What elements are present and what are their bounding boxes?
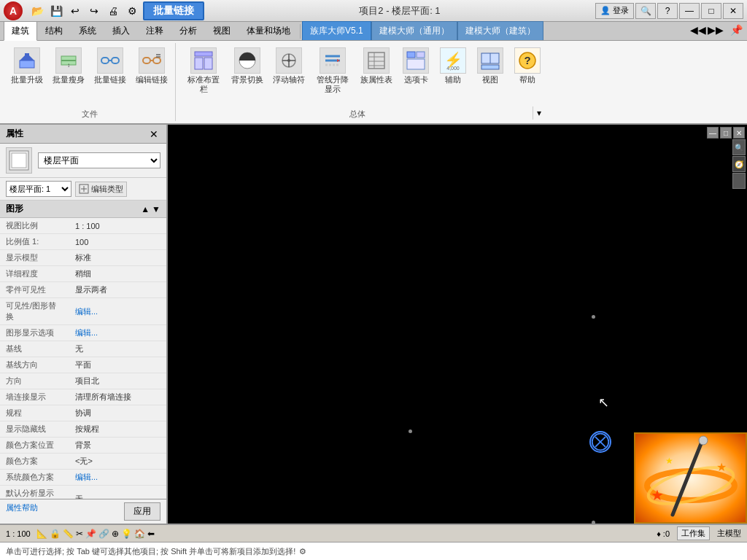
sys-color-edit-link[interactable]: 编辑... bbox=[75, 472, 98, 481]
tab-modeler-general[interactable]: 建模大师（通用） bbox=[371, 21, 457, 40]
tab-annotate[interactable]: 注释 bbox=[138, 21, 171, 40]
prop-row-vis-graphics: 可见性/图形替换编辑... bbox=[0, 298, 166, 325]
undo-button[interactable]: ↩ bbox=[67, 3, 83, 19]
status-icon-9[interactable]: 🏠 bbox=[134, 529, 145, 539]
tab-system[interactable]: 系统 bbox=[71, 21, 104, 40]
svg-rect-31 bbox=[407, 52, 415, 58]
restore-button[interactable]: □ bbox=[701, 3, 721, 19]
edit-link-button[interactable]: 编辑链接 bbox=[132, 44, 171, 88]
status-icon-6[interactable]: 🔗 bbox=[98, 529, 109, 539]
view-button[interactable]: 视图 bbox=[473, 44, 508, 88]
open-button[interactable]: 📂 bbox=[29, 3, 45, 19]
main-group-label: 总体 bbox=[182, 106, 533, 120]
properties-panel: 属性 ✕ 楼层平面 楼层平面: 1 编辑类型 图形 ▲ ▼ bbox=[0, 125, 168, 524]
help-icon: ? bbox=[514, 47, 541, 74]
prop-row-color-scheme-pos: 颜色方案位置背景 bbox=[0, 438, 166, 454]
svg-point-55 bbox=[699, 436, 708, 445]
properties-title: 属性 bbox=[6, 128, 23, 140]
help-button[interactable]: ? 帮助 bbox=[510, 44, 545, 88]
canvas-cursor: ↖ bbox=[598, 394, 609, 411]
status-icon-1[interactable]: 📐 bbox=[36, 529, 47, 539]
canvas-close-btn[interactable]: ✕ bbox=[733, 127, 745, 139]
login-button[interactable]: 👤 登录 bbox=[595, 3, 634, 19]
settings-button[interactable]: ⚙ bbox=[124, 3, 140, 19]
canvas-steering-btn[interactable]: 🧭 bbox=[732, 156, 746, 172]
panel-collapse[interactable]: 📌 bbox=[725, 22, 747, 38]
prop-help-link[interactable]: 属性帮助 bbox=[6, 502, 38, 521]
circle-x-icon bbox=[591, 431, 610, 453]
prop-bottom: 属性帮助 应用 bbox=[0, 499, 166, 524]
print-button[interactable]: 🖨 bbox=[105, 3, 121, 19]
canvas-restore-btn[interactable]: □ bbox=[720, 127, 732, 139]
status-icon-5[interactable]: 📌 bbox=[85, 529, 96, 539]
panel-control-prev[interactable]: ◀◀ bbox=[690, 22, 706, 38]
section-collapse-down[interactable]: ▼ bbox=[152, 204, 160, 214]
tab-view[interactable]: 视图 bbox=[205, 21, 239, 40]
prop-type-select[interactable]: 楼层平面 bbox=[38, 152, 160, 168]
prop-scroll-area[interactable]: 视图比例1 : 100 比例值 1:100 显示模型标准 详细程度稍细 零件可见… bbox=[0, 218, 166, 499]
tab-insert[interactable]: 插入 bbox=[104, 21, 138, 40]
panel-control-next[interactable]: ▶▶ bbox=[708, 22, 724, 38]
canvas-zoom-btn[interactable]: 🔍 bbox=[732, 139, 746, 155]
batch-upgrade-button[interactable]: 批量升级 bbox=[7, 44, 47, 88]
prop-apply-button[interactable]: 应用 bbox=[124, 502, 160, 521]
ribbon-group-main: 标准布置栏 背景切换 浮动轴符 管线升降显示 bbox=[178, 43, 549, 121]
svg-rect-10 bbox=[153, 58, 160, 63]
prop-row-display-model: 显示模型标准 bbox=[0, 250, 166, 266]
svg-text:4,000: 4,000 bbox=[446, 66, 460, 71]
svg-rect-2 bbox=[25, 53, 29, 59]
std-layout-button[interactable]: 标准布置栏 bbox=[182, 44, 225, 97]
tab-modeler-arch[interactable]: 建模大师（建筑） bbox=[457, 21, 543, 40]
main-group-dropdown[interactable]: ▾ bbox=[533, 106, 545, 120]
status-icon-8[interactable]: 💡 bbox=[121, 529, 132, 539]
bg-switch-label: 背景切换 bbox=[231, 75, 263, 85]
tab-family-lib[interactable]: 族库大师V5.1 bbox=[302, 21, 371, 40]
tab-analyze[interactable]: 分析 bbox=[171, 21, 205, 40]
prop-row-sys-color: 系统颜色方案编辑... bbox=[0, 470, 166, 486]
prop-view-select[interactable]: 楼层平面: 1 bbox=[6, 181, 71, 197]
vis-graphics-edit-link[interactable]: 编辑... bbox=[75, 307, 98, 316]
status-icon-7[interactable]: ⊕ bbox=[112, 529, 119, 539]
tab-structure[interactable]: 结构 bbox=[37, 21, 71, 40]
batch-link-highlight-button[interactable]: 批量链接 bbox=[143, 1, 204, 20]
family-table-button[interactable]: 族属性表 bbox=[357, 44, 396, 88]
float-axis-button[interactable]: 浮动轴符 bbox=[269, 44, 309, 88]
prop-row-graphics-disp: 图形显示选项编辑... bbox=[0, 325, 166, 341]
canvas-minimize-btn[interactable]: — bbox=[707, 127, 719, 139]
assist-button[interactable]: ⚡ 4,000 辅助 bbox=[436, 44, 471, 88]
prop-edit-type-button[interactable]: 编辑类型 bbox=[75, 182, 127, 197]
workset-button[interactable]: 工作集 bbox=[677, 526, 710, 540]
batch-link-button[interactable]: 批量链接 bbox=[90, 44, 130, 88]
question-button[interactable]: ? bbox=[657, 3, 678, 19]
tab-architecture[interactable]: 建筑 bbox=[4, 21, 37, 41]
std-layout-label: 标准布置栏 bbox=[185, 75, 222, 94]
save-button[interactable]: 💾 bbox=[48, 3, 64, 19]
view-icon bbox=[477, 47, 503, 74]
bg-switch-button[interactable]: 背景切换 bbox=[228, 44, 267, 88]
section-collapse-up[interactable]: ▲ bbox=[141, 204, 150, 214]
command-bar: 单击可进行选择; 按 Tab 键可选择其他项目; 按 Shift 并单击可将新项… bbox=[0, 542, 747, 560]
tab-massing[interactable]: 体量和场地 bbox=[239, 21, 298, 40]
graphics-disp-edit-link[interactable]: 编辑... bbox=[75, 328, 98, 337]
window-title: 项目2 - 楼层平面: 1 bbox=[359, 4, 440, 18]
pipe-display-button[interactable]: 管线升降显示 bbox=[311, 44, 355, 97]
prop-row-detail: 详细程度稍细 bbox=[0, 266, 166, 282]
tab-options-button[interactable]: 选项卡 bbox=[398, 44, 433, 88]
svg-rect-0 bbox=[20, 61, 34, 68]
minimize-button[interactable]: — bbox=[679, 3, 700, 19]
canvas-view-cube-btn[interactable] bbox=[732, 173, 746, 189]
prop-row-scale: 视图比例1 : 100 bbox=[0, 218, 166, 234]
status-icon-3[interactable]: 📏 bbox=[63, 529, 74, 539]
properties-close-button[interactable]: ✕ bbox=[147, 128, 160, 140]
command-text: 单击可进行选择; 按 Tab 键可选择其他项目; 按 Shift 并单击可将新项… bbox=[6, 546, 295, 557]
edit-link-icon bbox=[139, 47, 165, 74]
status-icon-4[interactable]: ✂ bbox=[76, 529, 83, 539]
status-icon-2[interactable]: 🔒 bbox=[50, 529, 61, 539]
svg-rect-6 bbox=[101, 58, 109, 63]
redo-button[interactable]: ↪ bbox=[86, 3, 102, 19]
close-button[interactable]: ✕ bbox=[723, 3, 743, 19]
status-icon-10[interactable]: ⬅ bbox=[147, 529, 155, 539]
batch-slim-button[interactable]: ↕ 批量瘦身 bbox=[49, 44, 88, 88]
svg-text:★: ★ bbox=[665, 456, 673, 466]
search-button[interactable]: 🔍 bbox=[635, 3, 656, 19]
